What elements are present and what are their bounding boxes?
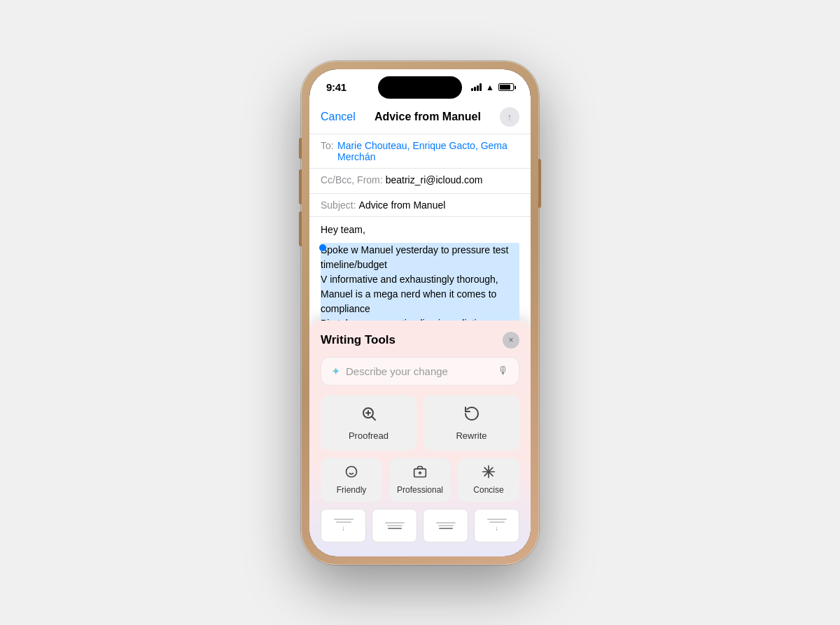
- to-label: To:: [321, 140, 335, 151]
- thumb-arrow-down-1: ↓: [342, 524, 345, 532]
- cc-label: Cc/Bcc, From:: [321, 174, 383, 185]
- power-button[interactable]: [538, 159, 541, 208]
- svg-line-1: [372, 416, 375, 420]
- friendly-label: Friendly: [337, 485, 367, 495]
- rewrite-button[interactable]: Rewrite: [424, 395, 519, 451]
- writing-tools-small-buttons: Friendly Professiona: [321, 458, 519, 502]
- mail-title: Advice from Manuel: [374, 111, 481, 123]
- thumbnail-3[interactable]: [423, 509, 468, 542]
- writing-tools-close-button[interactable]: ×: [503, 332, 519, 349]
- selection-handle: [319, 244, 326, 251]
- professional-icon: [413, 465, 427, 482]
- battery-icon: [498, 83, 514, 91]
- cancel-button[interactable]: Cancel: [321, 111, 356, 123]
- writing-tools-input-row[interactable]: ✦ Describe your change 🎙: [321, 357, 519, 386]
- to-value: Marie Chouteau, Enrique Gacto, Gema Merc…: [337, 140, 519, 162]
- proofread-icon: [360, 405, 377, 426]
- writing-tools-title: Writing Tools: [321, 333, 396, 347]
- volume-up-button[interactable]: [299, 169, 302, 204]
- screen-content: 9:41 ▲: [309, 69, 531, 556]
- thumbnail-1[interactable]: ↓: [321, 509, 366, 542]
- body-greeting: Hey team,: [321, 223, 519, 237]
- subject-field[interactable]: Subject: Advice from Manuel: [309, 194, 531, 217]
- microphone-icon[interactable]: 🎙: [498, 365, 509, 377]
- subject-value: Advice from Manuel: [359, 199, 519, 211]
- thumbnail-2[interactable]: [372, 509, 417, 542]
- mail-compose: Cancel Advice from Manuel ↑ To: Marie Ch…: [309, 100, 531, 556]
- cc-field[interactable]: Cc/Bcc, From: beatriz_ri@icloud.com: [309, 169, 531, 194]
- to-field[interactable]: To: Marie Chouteau, Enrique Gacto, Gema …: [309, 134, 531, 169]
- professional-button[interactable]: Professional: [389, 458, 451, 502]
- phone-frame: 9:41 ▲: [301, 61, 539, 565]
- rewrite-icon: [463, 405, 480, 426]
- volume-down-button[interactable]: [299, 211, 302, 246]
- phone-screen: 9:41 ▲: [309, 69, 531, 556]
- writing-tools-large-buttons: Proofread Rewrite: [321, 395, 519, 451]
- writing-tools-header: Writing Tools ×: [321, 332, 519, 349]
- concise-button[interactable]: Concise: [458, 458, 519, 502]
- professional-label: Professional: [397, 485, 443, 495]
- status-time: 9:41: [326, 81, 346, 93]
- selected-text-content: Spoke w Manuel yesterday to pressure tes…: [321, 244, 518, 321]
- close-icon: ×: [508, 335, 513, 345]
- svg-point-4: [346, 466, 357, 477]
- mute-button[interactable]: [299, 138, 302, 159]
- send-icon: ↑: [507, 111, 512, 122]
- thumbnail-4[interactable]: ↓: [474, 509, 519, 542]
- describe-change-placeholder: Describe your change: [346, 365, 498, 377]
- concise-label: Concise: [473, 485, 503, 495]
- writing-tools-panel: Writing Tools × ✦ Describe your change 🎙: [309, 321, 531, 556]
- friendly-button[interactable]: Friendly: [321, 458, 382, 502]
- friendly-icon: [344, 465, 358, 482]
- status-icons: ▲: [471, 83, 514, 92]
- mail-header: Cancel Advice from Manuel ↑: [309, 100, 531, 134]
- mail-body[interactable]: Hey team, Spoke w Manuel yesterday to pr…: [309, 217, 531, 321]
- proofread-button[interactable]: Proofread: [321, 395, 416, 451]
- signal-icon: [471, 83, 482, 91]
- apple-intelligence-icon: ✦: [331, 365, 340, 378]
- concise-icon: [482, 465, 496, 482]
- writing-tools-thumbnails: ↓: [321, 509, 519, 545]
- thumb-arrow-down-4: ↓: [495, 524, 498, 532]
- subject-label: Subject:: [321, 199, 356, 211]
- cc-value: beatriz_ri@icloud.com: [386, 174, 519, 185]
- dynamic-island: [378, 76, 462, 99]
- proofread-label: Proofread: [349, 430, 388, 441]
- rewrite-label: Rewrite: [456, 430, 486, 441]
- send-button[interactable]: ↑: [500, 107, 519, 127]
- wifi-icon: ▲: [486, 83, 494, 92]
- selected-body-text: Spoke w Manuel yesterday to pressure tes…: [321, 243, 519, 321]
